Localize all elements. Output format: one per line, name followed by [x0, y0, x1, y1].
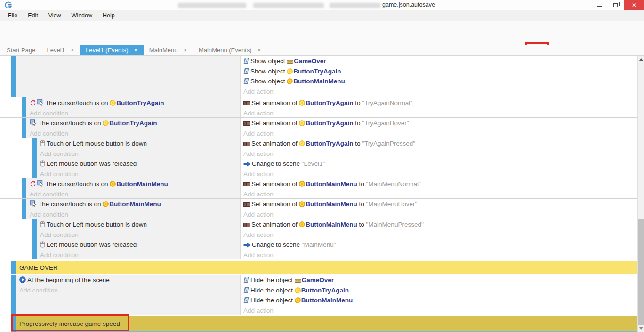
condition-row[interactable]: Touch or Left mouse button is down [40, 219, 238, 230]
vertical-scrollbar[interactable] [637, 56, 644, 332]
show-icon [243, 296, 249, 307]
conditions-cell: Touch or Left mouse button is downAdd co… [37, 138, 240, 158]
add-condition-button[interactable]: Add condition [30, 189, 238, 199]
add-condition-button[interactable]: Add condition [40, 169, 238, 178]
action-row[interactable]: Set animation of ButtonMainMenu to "Main… [243, 219, 636, 230]
add-condition-button[interactable]: Add condition [30, 108, 238, 118]
menu-item-help[interactable]: Help [97, 10, 120, 21]
scroll-down-icon[interactable] [639, 327, 643, 330]
events-sheet: Show object GameOverShow object ButtonTr… [0, 56, 644, 332]
tab-close-icon[interactable]: ✕ [258, 48, 261, 53]
event-handle[interactable] [22, 178, 26, 198]
condition-row[interactable]: The cursor/touch is on ButtonTryAgain [30, 98, 238, 108]
comment-event[interactable]: GAME OVER [0, 261, 637, 274]
conditions-cell: The cursor/touch is on ButtonMainMenuAdd… [26, 178, 240, 198]
event-handle[interactable] [11, 275, 16, 315]
tab-start-page[interactable]: Start Page [1, 45, 41, 55]
minimize-button[interactable] [592, 0, 606, 10]
event[interactable]: Left mouse button was releasedAdd condit… [0, 158, 637, 178]
window-title: game.json.autosave [382, 1, 435, 8]
menu-item-file[interactable]: File [3, 10, 23, 21]
condition-row[interactable]: Touch or Left mouse button is down [40, 138, 238, 149]
tab-mainmenu-events[interactable]: MainMenu (Events)✕ [193, 45, 267, 55]
add-action-button[interactable]: Add action [243, 230, 636, 239]
event[interactable]: The cursor/touch is on ButtonTryAgainAdd… [0, 97, 637, 118]
event-handle[interactable] [11, 261, 16, 274]
add-action-button[interactable]: Add action [243, 189, 636, 199]
close-button[interactable]: ✕ [624, 0, 644, 10]
add-condition-button[interactable]: Add condition [40, 250, 238, 259]
tab-close-icon[interactable]: ✕ [134, 48, 137, 53]
condition-row[interactable]: Left mouse button was released [40, 159, 238, 169]
action-row[interactable]: Show object ButtonMainMenu [243, 76, 636, 87]
condition-row[interactable]: The cursor/touch is on ButtonTryAgain [30, 118, 238, 129]
event[interactable]: At the beginning of the sceneAdd conditi… [0, 275, 637, 315]
menu-item-edit[interactable]: Edit [23, 10, 43, 21]
event-handle[interactable] [22, 199, 26, 219]
menu-item-window[interactable]: Window [66, 10, 97, 21]
add-action-button[interactable]: Add action [243, 149, 636, 158]
action-row[interactable]: Set animation of ButtonTryAgain to "TryA… [243, 98, 636, 108]
condition-row[interactable]: At the beginning of the scene [19, 275, 238, 285]
scrollbar-thumb[interactable] [638, 219, 644, 325]
tab-level1[interactable]: Level1✕ [41, 45, 80, 55]
actions-cell: Set animation of ButtonTryAgain to "TryA… [240, 118, 637, 138]
event-handle[interactable] [22, 97, 26, 117]
event[interactable]: The cursor/touch is on ButtonTryAgainAdd… [0, 118, 637, 138]
tab-label: Level1 (Events) [86, 47, 128, 54]
add-condition-button[interactable]: Add condition [40, 230, 238, 239]
action-row[interactable]: Set animation of ButtonTryAgain to "TryA… [243, 138, 636, 149]
event[interactable]: Show object GameOverShow object ButtonTr… [0, 56, 637, 97]
event-handle[interactable] [32, 138, 37, 158]
action-row[interactable]: Hide the object ButtonMainMenu [243, 295, 636, 306]
event[interactable]: The cursor/touch is on ButtonMainMenuAdd… [0, 178, 637, 199]
event[interactable]: The cursor/touch is on ButtonMainMenuAdd… [0, 199, 637, 219]
action-row[interactable]: Change to scene "MainMenu" [243, 240, 636, 250]
add-action-button[interactable]: Add action [243, 169, 636, 178]
event[interactable]: Left mouse button was releasedAdd condit… [0, 239, 637, 259]
condition-row[interactable]: Left mouse button was released [40, 240, 238, 250]
add-condition-button[interactable]: Add condition [40, 149, 238, 158]
action-row[interactable]: Hide the object GameOver [243, 275, 636, 285]
tab-mainmenu[interactable]: MainMenu✕ [144, 45, 193, 55]
condition-row[interactable]: The cursor/touch is on ButtonMainMenu [30, 179, 238, 189]
condition-row[interactable]: The cursor/touch is on ButtonMainMenu [30, 199, 238, 210]
event-gutter [0, 261, 11, 274]
action-row[interactable]: Set animation of ButtonTryAgain to "TryA… [243, 118, 636, 129]
event-handle[interactable] [22, 118, 26, 138]
comment-text: GAME OVER [16, 261, 637, 274]
add-action-button[interactable]: Add action [243, 210, 636, 219]
add-action-button[interactable]: Add action [243, 129, 636, 138]
action-row[interactable]: Change to scene "Level1" [243, 159, 636, 169]
text-fragment: Set animation of [251, 221, 299, 228]
event-handle[interactable] [32, 239, 37, 259]
action-row[interactable]: Hide the object ButtonTryAgain [243, 285, 636, 296]
event-gutter [0, 316, 11, 332]
add-condition-button[interactable]: Add condition [30, 210, 238, 219]
event-handle[interactable] [11, 56, 16, 97]
text-fragment: Change to scene [252, 241, 302, 248]
action-row[interactable]: Set animation of ButtonMainMenu to "Main… [243, 199, 636, 210]
anim-icon [243, 200, 250, 211]
action-row[interactable]: Show object GameOver [243, 56, 636, 66]
scroll-up-icon[interactable] [639, 58, 643, 61]
tab-level1-events[interactable]: Level1 (Events)✕ [80, 45, 144, 55]
event-handle[interactable] [32, 219, 37, 239]
add-condition-button[interactable]: Add condition [19, 285, 238, 296]
action-row[interactable]: Set animation of ButtonMainMenu to "Main… [243, 179, 636, 189]
event-handle[interactable] [32, 158, 37, 178]
event[interactable]: Touch or Left mouse button is downAdd co… [0, 219, 637, 239]
tab-close-icon[interactable]: ✕ [184, 48, 187, 53]
cursor-icon [30, 119, 37, 130]
add-action-button[interactable]: Add action [243, 306, 636, 315]
add-condition-button[interactable]: Add condition [30, 129, 238, 138]
add-action-button[interactable]: Add action [243, 87, 636, 97]
menu-item-view[interactable]: View [43, 10, 66, 21]
add-action-button[interactable]: Add action [243, 250, 636, 259]
maximize-button[interactable] [608, 0, 622, 10]
event[interactable]: Touch or Left mouse button is downAdd co… [0, 138, 637, 158]
add-action-button[interactable]: Add action [243, 108, 636, 118]
action-row[interactable]: Show object ButtonTryAgain [243, 66, 636, 77]
string-value: "MainMenuPressed" [366, 221, 424, 228]
tab-close-icon[interactable]: ✕ [71, 48, 74, 53]
